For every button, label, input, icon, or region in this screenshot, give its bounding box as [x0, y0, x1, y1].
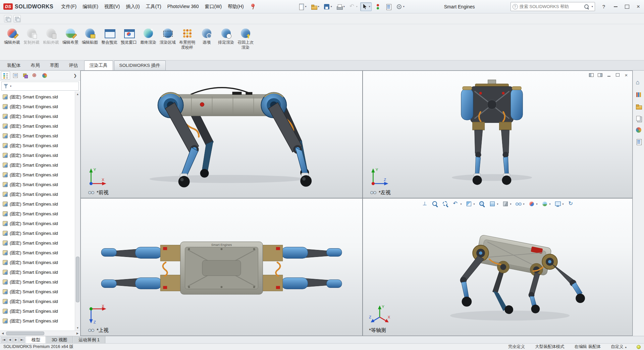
ribbon-button[interactable]: 选项	[197, 26, 216, 58]
scroll-right-icon[interactable]: ▶	[75, 331, 80, 336]
document-tab[interactable]: 运动算例 1	[73, 336, 105, 343]
command-tab[interactable]: 渲染工具	[84, 60, 113, 70]
tree-item[interactable]: (固定) Smart Engines.sld	[0, 277, 75, 287]
tree-item[interactable]: (固定) Smart Engines.sld	[0, 267, 75, 277]
open-folder-button[interactable]: ▾	[309, 2, 321, 11]
command-tab[interactable]: SOLIDWORKS 插件	[114, 60, 166, 70]
ribbon-button[interactable]: 复制外观	[22, 26, 41, 58]
scroll-left-icon[interactable]: ◀	[0, 331, 5, 336]
menu-item[interactable]: 帮助(H)	[225, 2, 247, 11]
tree-item[interactable]: (固定) Smart Engines.sld	[0, 316, 75, 326]
options-gear-button[interactable]: ▾	[394, 2, 406, 11]
tree-item[interactable]: (固定) Smart Engines.sld	[0, 92, 75, 102]
search-box[interactable]: ▾	[511, 2, 595, 11]
tree-item[interactable]: (固定) Smart Engines.sld	[0, 219, 75, 228]
ribbon-button[interactable]: 召回上次渲染	[236, 26, 255, 58]
tree-item[interactable]: (固定) Smart Engines.sld	[0, 209, 75, 219]
rebuild-traffic-button[interactable]	[373, 2, 382, 11]
home-button[interactable]	[634, 79, 643, 87]
command-tab[interactable]: 装配体	[2, 61, 26, 70]
tree-item[interactable]: (固定) Smart Engines.sld	[0, 160, 75, 170]
ribbon-button[interactable]: 编辑外观	[3, 26, 21, 58]
panel-tab-displaymanager[interactable]	[40, 71, 49, 80]
tree-item[interactable]: (固定) Smart Engines.sld	[0, 238, 75, 248]
tree-item[interactable]: (固定) Smart Engines.sld	[0, 306, 75, 316]
scroll-track[interactable]	[75, 97, 80, 325]
design-library-button[interactable]	[634, 90, 643, 99]
document-stack-icon[interactable]	[13, 15, 21, 23]
tree-item[interactable]: (固定) Smart Engines.sld	[0, 297, 75, 306]
file-explorer-button[interactable]	[634, 102, 643, 111]
view-palette-button[interactable]	[634, 114, 643, 123]
ribbon-button[interactable]: 编辑布景	[61, 26, 80, 58]
menu-item[interactable]: 视图(V)	[101, 2, 123, 11]
tab-nav-button[interactable]: ▶	[13, 337, 19, 343]
menu-item[interactable]: 编辑(E)	[79, 2, 101, 11]
save-button[interactable]: ▾	[322, 2, 333, 11]
status-item[interactable]: 自定义▴	[611, 344, 627, 350]
command-tab[interactable]: 草图	[45, 61, 64, 70]
ribbon-button[interactable]: 布景照明度校样	[178, 26, 197, 58]
close-button[interactable]: ×	[633, 0, 644, 13]
appearances-scenes-button[interactable]	[634, 126, 643, 134]
command-tab[interactable]: 评估	[64, 61, 83, 70]
undo-button[interactable]: ▾	[347, 2, 359, 11]
help-button[interactable]: ?	[598, 4, 609, 9]
search-input[interactable]	[520, 4, 582, 9]
document-tab[interactable]: 模型	[26, 336, 46, 343]
panel-tab-featuremanager[interactable]	[1, 71, 10, 80]
tab-nav-button[interactable]: ▶|	[19, 337, 25, 343]
ribbon-button[interactable]: 渲染区域	[158, 26, 177, 58]
panel-expand-icon[interactable]: ❯	[71, 73, 79, 78]
document-tab[interactable]: 3D 视图	[46, 336, 73, 343]
scroll-up-icon[interactable]: ▲	[75, 91, 80, 97]
tree-horizontal-scrollbar[interactable]: ◀ ▶	[0, 331, 80, 336]
tree-item[interactable]: (固定) Smart Engines.sld	[0, 121, 75, 131]
tree-filter[interactable]: ▾	[1, 82, 79, 91]
filter-caret-icon[interactable]: ▾	[10, 85, 11, 88]
viewport-isometric[interactable]: ▾▾▾▾▾▾▾▾	[363, 199, 632, 336]
select-cursor-button[interactable]: ▾	[360, 2, 372, 11]
viewport-front[interactable]: Y X *前视	[81, 71, 362, 198]
document-stack-icon[interactable]	[4, 15, 11, 23]
panel-tab-propertymanager[interactable]	[11, 71, 20, 80]
viewport-left[interactable]: Y Z *左视	[363, 71, 632, 198]
minimize-button[interactable]	[610, 0, 621, 13]
ribbon-button[interactable]: 粘贴外观	[42, 26, 60, 58]
scroll-thumb[interactable]	[76, 257, 79, 302]
print-button[interactable]: ▾	[335, 2, 346, 11]
tree-item[interactable]: (固定) Smart Engines.sld	[0, 102, 75, 112]
command-tab[interactable]: 布局	[26, 61, 45, 70]
ribbon-button[interactable]: 整合预览	[100, 26, 119, 58]
tree-item[interactable]: (固定) Smart Engines.sld	[0, 248, 75, 258]
tree-item[interactable]: (固定) Smart Engines.sld	[0, 189, 75, 199]
tab-nav-button[interactable]: |◀	[1, 337, 7, 343]
robot-left-view[interactable]	[363, 71, 632, 198]
menu-item[interactable]: 工具(T)	[143, 2, 164, 11]
viewport-top[interactable]: Smart Engines	[81, 199, 362, 336]
search-icon[interactable]	[584, 4, 589, 9]
panel-tab-dimxpert[interactable]	[30, 71, 39, 80]
status-caret-icon[interactable]: ▴	[625, 345, 627, 349]
scroll-down-icon[interactable]: ▼	[75, 325, 80, 331]
file-properties-button[interactable]	[384, 2, 393, 11]
ribbon-button[interactable]: 编辑贴图	[80, 26, 99, 58]
menu-item[interactable]: PhotoView 360	[164, 2, 202, 11]
robot-isometric-view[interactable]	[363, 199, 632, 336]
robot-front-view[interactable]	[81, 71, 362, 198]
tree-item[interactable]: (固定) Smart Engines.sld	[0, 112, 75, 121]
ribbon-button[interactable]: 排定渲染	[217, 26, 235, 58]
tree-item[interactable]: (固定) Smart Engines.sld	[0, 150, 75, 160]
scroll-thumb[interactable]	[6, 332, 44, 335]
search-dropdown-caret-icon[interactable]: ▾	[592, 5, 593, 8]
ribbon-button[interactable]: 预览窗口	[119, 26, 138, 58]
panel-tab-configurationmanager[interactable]	[20, 71, 30, 80]
tree-item[interactable]: (固定) Smart Engines.sld	[0, 258, 75, 267]
ribbon-button[interactable]: 最终渲染	[139, 26, 158, 58]
new-document-button[interactable]: ▾	[297, 2, 308, 11]
menu-item[interactable]: 插入(I)	[123, 2, 143, 11]
tree-vertical-scrollbar[interactable]: ▲ ▼	[75, 91, 80, 331]
tree-item[interactable]: (固定) Smart Engines.sld	[0, 287, 75, 297]
tree-item[interactable]: (固定) Smart Engines.sld	[0, 228, 75, 238]
tree-item[interactable]: (固定) Smart Engines.sld	[0, 180, 75, 189]
